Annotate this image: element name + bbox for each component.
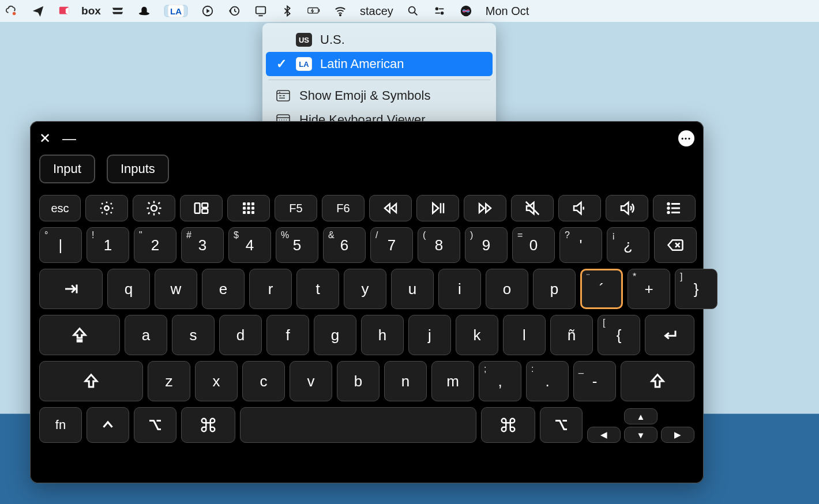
key-g[interactable]: g <box>314 315 356 355</box>
key-2[interactable]: "2 <box>134 227 176 263</box>
key-tab[interactable] <box>39 269 103 309</box>
key-plus[interactable]: *+ <box>628 269 670 309</box>
control-center-icon[interactable] <box>433 4 446 18</box>
key-comma[interactable]: ;, <box>479 361 521 401</box>
bluetooth-icon[interactable] <box>280 4 294 18</box>
cloud-status-icon[interactable] <box>5 4 18 18</box>
key-inverted-question[interactable]: ¡¿ <box>607 227 649 263</box>
key-fn[interactable]: fn <box>39 407 82 443</box>
key-e[interactable]: e <box>202 269 245 309</box>
time-machine-icon[interactable] <box>227 4 241 18</box>
key-b[interactable]: b <box>337 361 380 401</box>
key-right-option[interactable] <box>540 407 583 443</box>
key-r[interactable]: r <box>249 269 292 309</box>
key-left-brace[interactable]: [{ <box>598 315 640 355</box>
paper-plane-icon[interactable] <box>31 4 45 18</box>
key-z[interactable]: z <box>148 361 190 401</box>
key-volume-down[interactable] <box>558 195 601 221</box>
key-p[interactable]: p <box>533 269 576 309</box>
key-l[interactable]: l <box>503 315 546 355</box>
key-backspace[interactable] <box>654 227 697 263</box>
key-x[interactable]: x <box>195 361 238 401</box>
key-3[interactable]: #3 <box>181 227 224 263</box>
key-space[interactable] <box>240 407 476 443</box>
key-arrow-right[interactable]: ▶ <box>661 427 694 443</box>
key-pipe[interactable]: °| <box>39 227 82 263</box>
key-brightness-up[interactable] <box>133 195 175 221</box>
key-7[interactable]: /7 <box>370 227 413 263</box>
key-dash[interactable]: _- <box>573 361 616 401</box>
key-return[interactable] <box>645 315 694 355</box>
key-v[interactable]: v <box>290 361 332 401</box>
key-4[interactable]: $4 <box>228 227 271 263</box>
key-d[interactable]: d <box>219 315 262 355</box>
input-source-indicator[interactable]: LA <box>164 5 188 17</box>
menubar-clock[interactable]: Mon Oct <box>486 5 529 18</box>
key-fast-forward[interactable] <box>464 195 506 221</box>
key-a[interactable]: a <box>125 315 167 355</box>
key-1[interactable]: !1 <box>87 227 129 263</box>
key-f5[interactable]: F5 <box>275 195 317 221</box>
key-mute[interactable] <box>511 195 554 221</box>
key-arrow-left[interactable]: ◀ <box>587 427 621 443</box>
key-f[interactable]: f <box>266 315 309 355</box>
key-s[interactable]: s <box>172 315 215 355</box>
key-8[interactable]: (8 <box>418 227 460 263</box>
screen-record-icon[interactable] <box>58 4 72 18</box>
key-left-shift[interactable] <box>39 361 143 401</box>
box-app-icon[interactable]: box <box>84 4 98 18</box>
key-esc[interactable]: esc <box>39 195 81 221</box>
key-rewind[interactable] <box>369 195 412 221</box>
key-h[interactable]: h <box>361 315 404 355</box>
hat-icon[interactable] <box>137 4 151 18</box>
key-t[interactable]: t <box>296 269 339 309</box>
key-m[interactable]: m <box>431 361 474 401</box>
key-0[interactable]: =0 <box>512 227 555 263</box>
key-right-shift[interactable] <box>621 361 694 401</box>
key-volume-up[interactable] <box>606 195 648 221</box>
key-arrow-down[interactable]: ▼ <box>624 427 658 443</box>
suggestion-2[interactable]: Inputs <box>107 155 169 183</box>
key-k[interactable]: k <box>456 315 498 355</box>
user-name[interactable]: stacey <box>360 5 393 18</box>
show-emoji-symbols[interactable]: Show Emoji & Symbols <box>262 84 496 108</box>
key-brightness-down[interactable] <box>85 195 128 221</box>
key-enye[interactable]: ñ <box>550 315 593 355</box>
minimize-icon[interactable]: — <box>62 131 76 145</box>
key-f6[interactable]: F6 <box>322 195 365 221</box>
key-i[interactable]: i <box>438 269 481 309</box>
key-o[interactable]: o <box>486 269 528 309</box>
play-circle-icon[interactable] <box>201 4 215 18</box>
key-apostrophe[interactable]: ?' <box>559 227 602 263</box>
key-launchpad[interactable] <box>227 195 270 221</box>
close-icon[interactable]: ✕ <box>39 131 51 145</box>
key-q[interactable]: q <box>107 269 150 309</box>
key-w[interactable]: w <box>155 269 197 309</box>
more-options-icon[interactable]: ••• <box>678 130 694 146</box>
key-play-pause[interactable] <box>416 195 459 221</box>
key-control[interactable] <box>87 407 129 443</box>
key-period[interactable]: :. <box>526 361 569 401</box>
suggestion-1[interactable]: Input <box>39 155 95 183</box>
input-source-latin-american[interactable]: ✓ LA Latin American <box>266 52 493 76</box>
key-6[interactable]: &6 <box>323 227 366 263</box>
key-y[interactable]: y <box>344 269 386 309</box>
key-n[interactable]: n <box>384 361 427 401</box>
key-caps-lock[interactable] <box>39 315 120 355</box>
spotlight-icon[interactable] <box>406 4 420 18</box>
key-right-command[interactable] <box>481 407 535 443</box>
key-acute-accent[interactable]: ¨´ <box>580 269 623 309</box>
key-arrow-up[interactable]: ▲ <box>624 408 658 424</box>
stripes-icon[interactable] <box>111 4 125 18</box>
key-5[interactable]: %5 <box>276 227 318 263</box>
key-left-command[interactable] <box>181 407 235 443</box>
wifi-icon[interactable] <box>333 4 347 18</box>
key-9[interactable]: )9 <box>465 227 508 263</box>
key-u[interactable]: u <box>391 269 434 309</box>
key-mission-control[interactable] <box>180 195 223 221</box>
key-left-option[interactable] <box>134 407 176 443</box>
key-right-brace[interactable]: ]} <box>675 269 717 309</box>
key-list[interactable] <box>653 195 696 221</box>
battery-charging-icon[interactable] <box>307 4 321 18</box>
siri-icon[interactable] <box>459 4 473 18</box>
